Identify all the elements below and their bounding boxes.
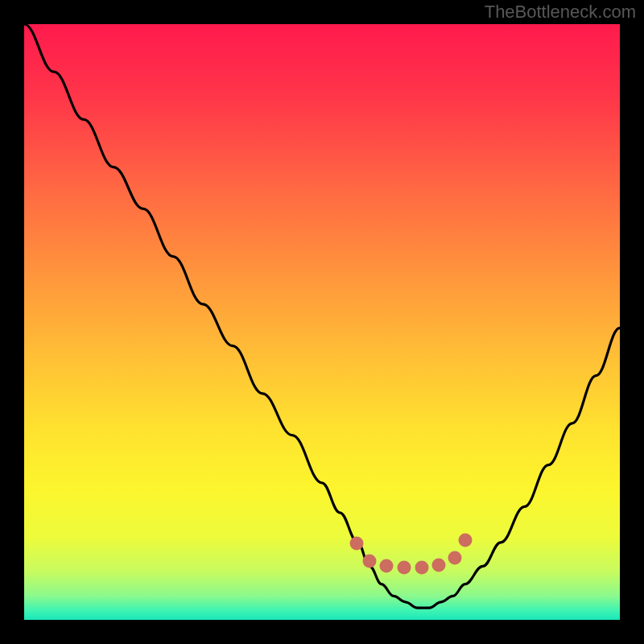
highlight-dot (350, 537, 364, 551)
highlight-dot (448, 551, 462, 565)
highlight-dot (363, 555, 377, 568)
attribution-label: TheBottleneck.com (485, 2, 636, 23)
highlight-dot (459, 534, 473, 547)
highlight-dot (380, 559, 394, 573)
highlight-dot (432, 559, 446, 572)
plot-background (24, 24, 620, 620)
chart-container: TheBottleneck.com (0, 0, 644, 644)
highlight-dot (415, 561, 429, 575)
bottleneck-chart (0, 0, 644, 644)
highlight-dot (398, 561, 411, 575)
